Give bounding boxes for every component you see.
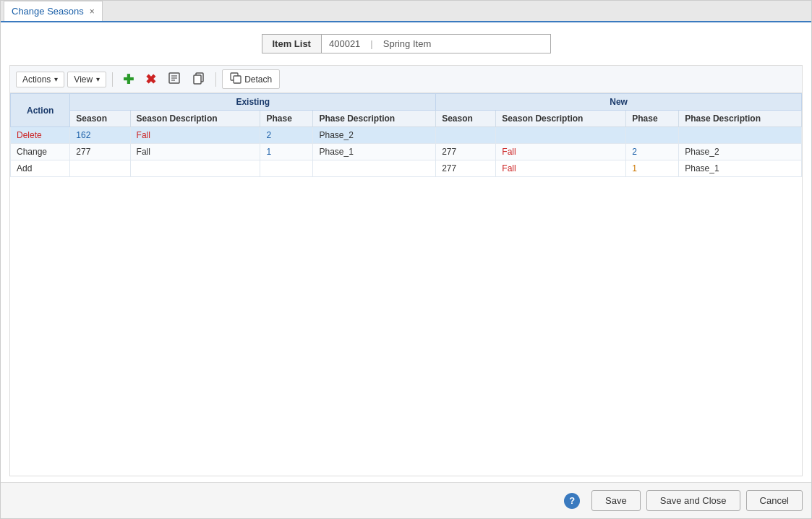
col-new-phase-desc: Phase Description — [679, 111, 802, 127]
svg-rect-7 — [234, 76, 241, 83]
actions-label: Actions — [22, 74, 51, 85]
x-icon: ✖ — [145, 72, 156, 87]
view-label: View — [74, 74, 93, 85]
seasons-table: Action Existing New Season Season Descri… — [10, 93, 802, 177]
tab-change-seasons[interactable]: Change Seasons × — [4, 1, 103, 21]
copy-button[interactable] — [188, 69, 210, 89]
table-row[interactable]: Change277Fall1Phase_1277Fall2Phase_2 — [11, 144, 802, 160]
copy-icon — [192, 74, 205, 87]
help-button[interactable]: ? — [564, 493, 580, 509]
col-ex-phase: Phase — [260, 111, 313, 127]
view-chevron: ▾ — [96, 75, 100, 83]
tab-close-icon[interactable]: × — [90, 7, 95, 17]
col-ex-season: Season — [70, 111, 130, 127]
toolbar-separator-1 — [112, 72, 113, 87]
col-group-existing: Existing — [70, 94, 436, 111]
svg-rect-5 — [194, 75, 201, 84]
edit-button[interactable] — [163, 69, 185, 89]
col-ex-phase-desc: Phase Description — [313, 111, 436, 127]
item-list-divider: | — [367, 35, 375, 53]
actions-button[interactable]: Actions ▾ — [16, 72, 64, 87]
view-button[interactable]: View ▾ — [67, 72, 106, 87]
detach-icon — [230, 72, 242, 86]
item-list-name: Spring Item — [376, 35, 438, 53]
item-list-box: Item List 400021 | Spring Item — [262, 34, 551, 53]
item-list-label: Item List — [262, 35, 322, 53]
col-group-new: New — [436, 94, 802, 111]
col-ex-season-desc: Season Description — [130, 111, 260, 127]
cancel-button[interactable]: Cancel — [746, 490, 803, 511]
toolbar-separator-2 — [215, 72, 216, 87]
detach-label: Detach — [244, 74, 272, 85]
col-new-phase: Phase — [626, 111, 679, 127]
detach-button[interactable]: Detach — [222, 69, 280, 89]
col-new-season-desc: Season Description — [496, 111, 626, 127]
actions-chevron: ▾ — [54, 75, 58, 83]
table-row[interactable]: Add277Fall1Phase_1 — [11, 160, 802, 177]
footer: ? Save Save and Close Cancel — [1, 482, 811, 518]
main-window: Change Seasons × Item List 400021 | Spri… — [0, 0, 812, 519]
delete-button[interactable]: ✖ — [141, 71, 161, 88]
item-list-id: 400021 — [322, 35, 367, 53]
content-area: Item List 400021 | Spring Item Actions ▾… — [1, 22, 811, 482]
edit-icon — [168, 74, 181, 87]
save-button[interactable]: Save — [591, 490, 641, 511]
col-new-season: Season — [436, 111, 496, 127]
item-list-header: Item List 400021 | Spring Item — [9, 34, 803, 53]
tab-bar: Change Seasons × — [1, 1, 811, 22]
table-row[interactable]: Delete162Fall2Phase_2 — [11, 127, 802, 144]
toolbar: Actions ▾ View ▾ ✚ ✖ — [9, 65, 803, 93]
save-close-button[interactable]: Save and Close — [646, 490, 740, 511]
table-container[interactable]: Action Existing New Season Season Descri… — [9, 93, 803, 476]
add-button[interactable]: ✚ — [119, 71, 138, 88]
plus-icon: ✚ — [123, 72, 134, 87]
col-header-action: Action — [11, 94, 70, 127]
tab-label: Change Seasons — [12, 6, 84, 17]
